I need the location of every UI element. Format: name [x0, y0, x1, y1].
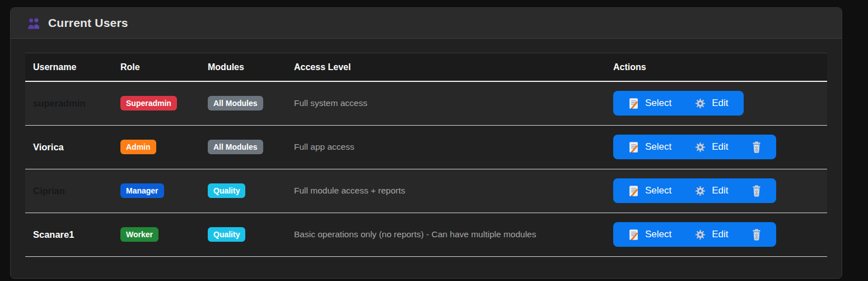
role-badge: Worker [120, 227, 158, 242]
username-text: Ciprian [33, 186, 65, 196]
header-row: UsernameRoleModulesAccess LevelActions [25, 53, 827, 82]
access-level-cell: Full system access [286, 81, 605, 125]
users-icon [27, 17, 41, 29]
actions-cell: SelectEdit [605, 81, 827, 125]
table-body: superadminSuperadminAll ModulesFull syst… [25, 81, 827, 256]
access-level-text: Full app access [294, 142, 354, 151]
table-row: VioricaAdminAll ModulesFull app accessSe… [25, 125, 827, 169]
access-level-text: Full module access + reports [294, 186, 405, 195]
select-button[interactable]: Select [617, 178, 683, 203]
select-button[interactable]: Select [617, 91, 683, 116]
table-head: UsernameRoleModulesAccess LevelActions [25, 53, 827, 82]
trash-icon [752, 185, 762, 197]
username-text: Scanare1 [33, 229, 74, 239]
access-level-cell: Full app access [286, 125, 605, 169]
edit-button[interactable]: Edit [683, 178, 740, 203]
gear-icon [695, 186, 706, 196]
column-header-access: Access Level [286, 53, 605, 82]
actions-cell: SelectEdit [605, 169, 827, 213]
table-row: CiprianManagerQualityFull module access … [25, 169, 827, 213]
module-badge: Quality [208, 183, 245, 198]
module-badge: Quality [208, 227, 245, 242]
row-actions: SelectEdit [613, 135, 776, 159]
edit-button[interactable]: Edit [683, 91, 740, 116]
username-text: Viorica [33, 142, 64, 152]
access-level-text: Full system access [294, 98, 367, 108]
role-badge: Manager [120, 183, 164, 198]
username-text: superadmin [33, 98, 86, 108]
memo-icon [628, 185, 639, 197]
username-cell: Viorica [25, 125, 113, 169]
modules-cell: All Modules [200, 125, 286, 169]
select-label: Select [645, 98, 671, 109]
role-cell: Manager [113, 169, 200, 213]
select-label: Select [645, 229, 671, 240]
role-cell: Worker [113, 213, 200, 256]
column-header-actions: Actions [605, 53, 827, 82]
edit-button[interactable]: Edit [683, 222, 740, 247]
modules-cell: Quality [200, 169, 286, 213]
select-label: Select [645, 185, 671, 196]
modules-cell: Quality [200, 213, 286, 256]
delete-button[interactable] [740, 178, 773, 203]
gear-icon [695, 229, 706, 240]
memo-icon [628, 229, 639, 241]
select-label: Select [645, 141, 671, 153]
page-background: Current Users UsernameRoleModulesAccess … [0, 0, 868, 281]
actions-cell: SelectEdit [605, 213, 827, 256]
access-level-text: Basic operations only (no reports) - Can… [294, 229, 536, 239]
username-cell: superadmin [25, 81, 113, 125]
access-level-cell: Basic operations only (no reports) - Can… [286, 213, 605, 256]
username-cell: Scanare1 [25, 213, 113, 256]
edit-button[interactable]: Edit [683, 135, 740, 159]
memo-icon [628, 98, 639, 109]
column-header-role: Role [113, 53, 200, 82]
username-cell: Ciprian [25, 169, 113, 213]
current-users-panel: Current Users UsernameRoleModulesAccess … [10, 7, 842, 279]
edit-label: Edit [712, 229, 728, 240]
table-row: Scanare1WorkerQualityBasic operations on… [25, 213, 827, 256]
actions-cell: SelectEdit [605, 125, 827, 169]
gear-icon [695, 142, 706, 153]
module-badge: All Modules [208, 96, 263, 110]
panel-title: Current Users [48, 16, 128, 30]
select-button[interactable]: Select [617, 135, 683, 159]
panel-header: Current Users [11, 8, 842, 39]
edit-label: Edit [712, 98, 728, 109]
trash-icon [752, 141, 762, 153]
select-button[interactable]: Select [617, 222, 683, 247]
memo-icon [628, 141, 639, 153]
access-level-cell: Full module access + reports [286, 169, 605, 213]
edit-label: Edit [712, 141, 728, 153]
modules-cell: All Modules [200, 81, 286, 125]
panel-body: UsernameRoleModulesAccess LevelActions s… [11, 39, 842, 257]
delete-button[interactable] [740, 135, 773, 159]
role-cell: Superadmin [113, 81, 200, 125]
row-actions: SelectEdit [613, 91, 744, 116]
module-badge: All Modules [208, 140, 263, 154]
trash-icon [752, 229, 762, 241]
users-table: UsernameRoleModulesAccess LevelActions s… [25, 53, 827, 257]
column-header-username: Username [25, 53, 113, 82]
table-row: superadminSuperadminAll ModulesFull syst… [25, 81, 827, 125]
role-badge: Superadmin [120, 96, 177, 110]
role-cell: Admin [113, 125, 200, 169]
delete-button[interactable] [740, 222, 773, 247]
row-actions: SelectEdit [613, 222, 776, 247]
edit-label: Edit [712, 185, 728, 196]
column-header-modules: Modules [200, 53, 286, 82]
row-actions: SelectEdit [613, 178, 776, 203]
role-badge: Admin [120, 140, 156, 154]
gear-icon [695, 98, 706, 109]
